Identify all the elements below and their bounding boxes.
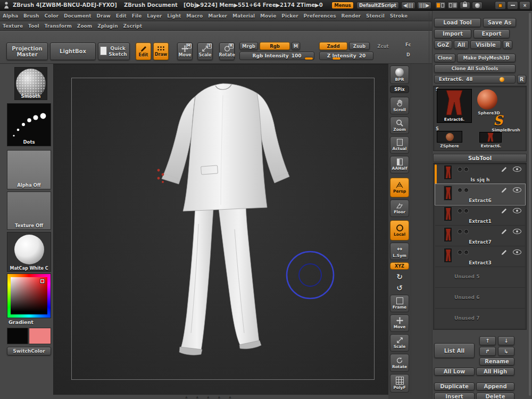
duplicate-button[interactable]: Duplicate [434, 383, 475, 390]
polyf-button[interactable]: PolyF [390, 374, 409, 393]
rgb-intensity-slider[interactable]: Rgb Intensity 100 [239, 52, 314, 60]
persp-button[interactable]: Persp [390, 178, 409, 197]
menu-picker[interactable]: Picker [279, 13, 301, 19]
canvas-scale-button[interactable]: Scale [390, 334, 409, 352]
color-picker-cursor[interactable] [40, 279, 44, 283]
menu-layer[interactable]: Layer [144, 13, 164, 19]
make-polymesh3d-button[interactable]: Make PolyMesh3D [457, 54, 516, 62]
stroke-thumbnail-dots[interactable]: Dots [7, 103, 51, 146]
tool-thumb-sphere3d[interactable] [477, 89, 497, 110]
window-close-button[interactable]: × [519, 1, 530, 10]
subtool-row-7[interactable]: Unused 7 [435, 309, 525, 329]
dock-left-icon[interactable] [435, 2, 446, 9]
subtool-row-3[interactable]: Extract7 [435, 226, 525, 246]
spin-cw-button[interactable]: ↻ [390, 271, 409, 282]
actual-button[interactable]: Actual [390, 136, 409, 154]
subtool-row-5[interactable]: Unused 5 [435, 267, 525, 288]
menu-material[interactable]: Material [230, 13, 257, 19]
active-tool-knob[interactable] [500, 77, 504, 82]
menu-preferences[interactable]: Preferences [301, 13, 339, 19]
default-zscript-button[interactable]: DefaultZScript [356, 2, 399, 9]
menus-button[interactable]: Menus [331, 2, 354, 9]
rgb-intensity-knob[interactable] [305, 57, 313, 60]
menu-draw[interactable]: Draw [94, 13, 113, 19]
shelf-scroll-right-button[interactable]: ||||▶ [417, 2, 431, 9]
toggle-dot-icon[interactable] [464, 209, 469, 213]
lightbox-button[interactable]: LightBox [50, 43, 96, 60]
menu-render[interactable]: Render [339, 13, 363, 19]
insert-button[interactable]: Insert [434, 393, 475, 399]
menu-light[interactable]: Light [164, 13, 184, 19]
suit-model[interactable] [157, 84, 289, 355]
switch-color-button[interactable]: SwitchColor [7, 347, 51, 355]
import-button[interactable]: Import [434, 29, 471, 38]
local-button[interactable]: Local [390, 220, 409, 240]
menu-macro[interactable]: Macro [184, 13, 205, 19]
toggle-dot-icon[interactable] [458, 250, 462, 255]
texture-thumbnail[interactable]: Texture Off [7, 192, 51, 230]
r-button-2[interactable]: R [517, 75, 526, 84]
menu-edit[interactable]: Edit [113, 13, 129, 19]
lsym-button[interactable]: ↔ L.Sym [390, 243, 409, 260]
all-high-button[interactable]: All High [476, 368, 514, 376]
append-button[interactable]: Append [476, 383, 514, 390]
brush-thumbnail-smooth[interactable]: Smooth [14, 67, 47, 100]
tray-scrollbar[interactable] [529, 13, 531, 396]
alpha-thumbnail[interactable]: Alpha Off [7, 150, 51, 189]
gradient-label[interactable]: Gradient [9, 319, 34, 325]
edit-button[interactable]: Edit [136, 43, 151, 60]
active-tool-slider[interactable]: Extract6. 48 [434, 75, 516, 84]
clone-all-subtools-button[interactable]: Clone All SubTools [434, 64, 516, 73]
bpr-button[interactable]: BPR [390, 65, 409, 84]
viewport[interactable] [53, 64, 388, 395]
shelf-scroll-left-button[interactable]: ◀|||| [401, 2, 415, 9]
canvas-scroll-marks[interactable]: ▲ ▲ ▲ ▲ ▲ [185, 395, 235, 398]
visible-button[interactable]: Visible [470, 40, 501, 49]
list-all-button[interactable]: List All [434, 343, 475, 358]
draw-button[interactable]: Draw [153, 43, 169, 60]
menu-tool[interactable]: Tool [26, 23, 41, 29]
menu-texture[interactable]: Texture [0, 23, 26, 29]
save-as-button[interactable]: Save As [483, 18, 516, 27]
delete-button[interactable]: Delete [476, 393, 514, 399]
scroll-button[interactable]: Scroll [390, 97, 409, 114]
canvas-move-button[interactable]: Move [390, 314, 409, 332]
subtool-shift-up-button[interactable]: ↱ [479, 347, 496, 356]
goz-button[interactable]: GoZ [434, 40, 452, 49]
canvas-rotate-button[interactable]: Rotate [390, 354, 409, 372]
all-button[interactable]: All [454, 40, 469, 49]
paint-brush-icon[interactable] [501, 250, 507, 255]
menu-brush[interactable]: Brush [21, 13, 41, 19]
paint-brush-icon[interactable] [501, 187, 507, 193]
z-intensity-knob[interactable] [332, 57, 340, 60]
export-button[interactable]: Export [473, 29, 510, 38]
frame-button[interactable]: Frame [390, 295, 409, 312]
visibility-eye-icon[interactable] [513, 250, 521, 255]
zcut-button[interactable]: Zcut [374, 42, 392, 50]
window-minimize-button[interactable] [507, 1, 518, 10]
menu-transform[interactable]: Transform [42, 23, 74, 29]
visibility-eye-icon[interactable] [513, 167, 521, 172]
all-low-button[interactable]: All Low [434, 368, 475, 376]
load-tool-button[interactable]: Load Tool [434, 18, 481, 27]
rgb-button[interactable]: Rgb [260, 42, 290, 50]
dock-right-icon[interactable] [447, 2, 458, 9]
menu-zplugin[interactable]: Zplugin [95, 23, 120, 29]
rotate-button[interactable]: R Rotate [219, 43, 235, 60]
mrgb-button[interactable]: Mrgb [239, 42, 258, 50]
menu-file[interactable]: File [129, 13, 144, 19]
toggle-dot-icon[interactable] [458, 229, 462, 234]
menu-document[interactable]: Document [61, 13, 94, 19]
floor-button[interactable]: Floor [390, 200, 409, 217]
secondary-color-swatch[interactable] [29, 328, 51, 344]
zsub-button[interactable]: Zsub [349, 42, 370, 50]
move-button[interactable]: M Move [177, 43, 193, 60]
toggle-dot-icon[interactable] [464, 167, 469, 172]
menu-color[interactable]: Color [41, 13, 61, 19]
subtool-row-4[interactable]: Extract3 [435, 246, 525, 267]
toggle-dot-icon[interactable] [458, 209, 462, 213]
rename-button[interactable]: Rename [479, 358, 514, 365]
subtool-row-6[interactable]: Unused 6 [435, 288, 525, 309]
toggle-dot-icon[interactable] [458, 188, 462, 193]
subtool-row-0[interactable]: ls sjq h [435, 163, 525, 184]
